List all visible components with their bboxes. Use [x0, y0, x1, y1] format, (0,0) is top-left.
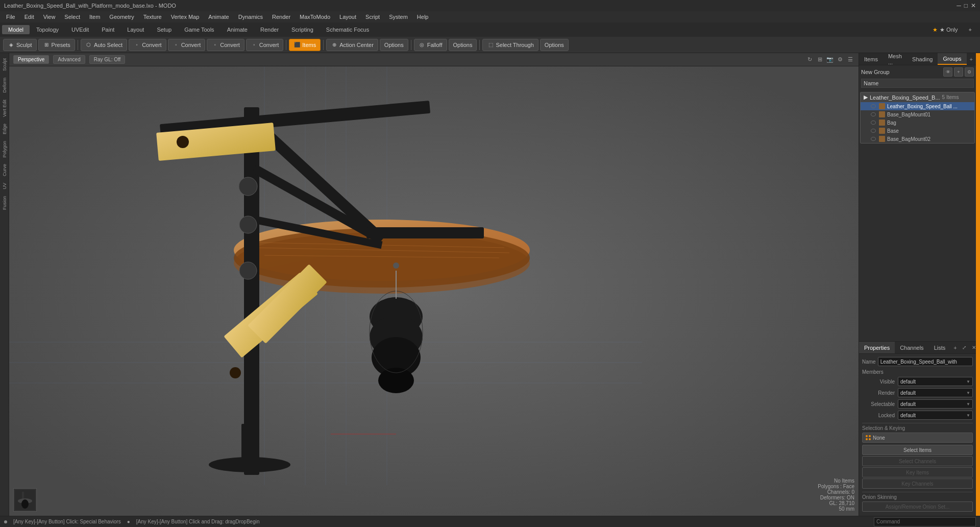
name-input[interactable]: Leather_Boxing_Speed_Ball_with — [878, 357, 973, 366]
falloff-button[interactable]: ◎ Falloff — [414, 39, 447, 51]
selectable-dropdown[interactable]: default ▼ — [898, 399, 973, 409]
svg-point-22 — [177, 136, 189, 148]
visible-arrow: ▼ — [966, 379, 970, 384]
menu-render[interactable]: Render — [268, 13, 295, 21]
vp-icon-menu[interactable]: ☰ — [846, 56, 854, 64]
tab-plus[interactable]: + — [963, 25, 978, 34]
menu-file[interactable]: File — [2, 13, 19, 21]
left-tab-sculpt[interactable]: Sculpt — [1, 55, 8, 74]
menu-texture[interactable]: Texture — [139, 13, 166, 21]
tab-schematic[interactable]: Schematic Focus — [320, 25, 375, 34]
visible-dropdown[interactable]: default ▼ — [898, 377, 973, 386]
tree-item-2[interactable]: Bag — [861, 118, 974, 127]
render-dropdown[interactable]: default ▼ — [898, 388, 973, 397]
viewport[interactable]: Perspective Advanced Ray GL: Off ↻ ⊞ 📷 ⚙… — [9, 53, 859, 516]
left-tab-uv[interactable]: UV — [1, 180, 8, 193]
tab-groups[interactable]: Groups — [938, 53, 966, 65]
tab-scripting[interactable]: Scripting — [285, 25, 320, 34]
maximize-button[interactable]: □ — [964, 2, 968, 9]
key-channels-button[interactable]: Key Channels — [862, 478, 973, 489]
props-tab-properties[interactable]: Properties — [859, 342, 895, 353]
close-button[interactable]: ✕ — [971, 2, 976, 9]
menu-view[interactable]: View — [39, 13, 60, 21]
none-button[interactable]: None — [862, 433, 973, 443]
menu-layout[interactable]: Layout — [335, 13, 360, 21]
options2-button[interactable]: Options — [449, 39, 477, 51]
tab-layout[interactable]: Layout — [121, 25, 150, 34]
tab-paint[interactable]: Paint — [95, 25, 120, 34]
left-tab-polygon[interactable]: Polygon — [1, 138, 8, 161]
menu-dynamics[interactable]: Dynamics — [234, 13, 267, 21]
left-tab-fusion[interactable]: Fusion — [1, 193, 8, 213]
menu-animate[interactable]: Animate — [204, 13, 233, 21]
menu-select[interactable]: Select — [60, 13, 84, 21]
auto-select-button[interactable]: ⬡ Auto Select — [81, 39, 127, 51]
props-tab-plus[interactable]: + — [950, 344, 960, 352]
convert4-button[interactable]: ◦ Convert — [246, 39, 284, 51]
props-tab-lists[interactable]: Lists — [929, 342, 951, 353]
sculpt-button[interactable]: ◈ Sculpt — [3, 39, 37, 51]
options1-button[interactable]: Options — [380, 39, 408, 51]
tree-item-3[interactable]: Base — [861, 127, 974, 135]
tree-item-0[interactable]: Leather_Boxing_Speed_Ball ... — [861, 102, 974, 110]
group-header[interactable]: ▶ Leather_Boxing_Speed_B... 5 Items — [861, 92, 974, 102]
tab-topology[interactable]: Topology — [30, 25, 65, 34]
left-tab-curve[interactable]: Curve — [1, 161, 8, 179]
tab-mesh[interactable]: Mesh ... — [883, 53, 907, 65]
menu-edit[interactable]: Edit — [20, 13, 38, 21]
tab-uvedit[interactable]: UVEdit — [65, 25, 95, 34]
tab-animate[interactable]: Animate — [221, 25, 254, 34]
group-icon-add[interactable]: + — [954, 67, 963, 77]
menu-help[interactable]: Help — [413, 13, 433, 21]
vp-icon-camera[interactable]: 📷 — [826, 56, 834, 64]
select-channels-button[interactable]: Select Channels — [862, 456, 973, 466]
select-through-button[interactable]: ⬚ Select Through — [482, 39, 538, 51]
tab-render[interactable]: Render — [254, 25, 285, 34]
menu-geometry[interactable]: Geometry — [105, 13, 138, 21]
window-controls[interactable]: ─ □ ✕ — [957, 2, 976, 9]
vp-icon-refresh[interactable]: ↻ — [805, 56, 814, 64]
options3-button[interactable]: Options — [540, 39, 569, 51]
select-items-button[interactable]: Select Items — [862, 445, 973, 455]
action-center-button[interactable]: ⊕ Action Center — [326, 39, 378, 51]
minimize-button[interactable]: ─ — [957, 2, 961, 9]
perspective-button[interactable]: Perspective — [13, 55, 49, 64]
menu-maxtomode[interactable]: MaxToModo — [296, 13, 334, 21]
assign-remove-onion-button[interactable]: Assign/Remove Onion Set... — [862, 501, 973, 512]
tab-shading[interactable]: Shading — [907, 53, 938, 65]
convert2-button[interactable]: ◦ Convert — [168, 39, 206, 51]
vp-icon-settings[interactable]: ⚙ — [836, 56, 844, 64]
menu-system[interactable]: System — [385, 13, 412, 21]
tree-item-1[interactable]: Base_BagMount01 — [861, 110, 974, 118]
ray-gl-button[interactable]: Ray GL: Off — [89, 55, 126, 64]
convert3-button[interactable]: ◦ Convert — [207, 39, 244, 51]
svg-point-24 — [230, 367, 241, 378]
locked-dropdown[interactable]: default ▼ — [898, 411, 973, 420]
scene-canvas[interactable]: No Items Polygons : Face Channels: 0 Def… — [9, 66, 859, 516]
presets-button[interactable]: ⊞ Presets — [38, 39, 75, 51]
key-items-button[interactable]: Key Items — [862, 467, 973, 477]
star-only-toggle[interactable]: ★ ★ Only — [933, 27, 958, 33]
left-tab-vert-edit[interactable]: Vert Edit — [1, 97, 8, 120]
items-button[interactable]: ⬛ Items — [289, 39, 321, 51]
vp-icon-maximize[interactable]: ⊞ — [816, 56, 824, 64]
left-tab-deform[interactable]: Deform — [1, 75, 8, 96]
convert1-button[interactable]: ◦ Convert — [129, 39, 166, 51]
menu-script[interactable]: Script — [361, 13, 384, 21]
tab-model[interactable]: Model — [2, 25, 30, 34]
props-maximize-icon[interactable]: ⤢ — [960, 344, 968, 352]
menu-vertex-map[interactable]: Vertex Map — [167, 13, 204, 21]
tab-items[interactable]: Items — [859, 53, 883, 65]
group-icon-view[interactable]: 👁 — [943, 67, 952, 77]
left-tab-edge[interactable]: Edge — [1, 121, 8, 137]
props-tab-channels[interactable]: Channels — [895, 342, 928, 353]
tab-setup[interactable]: Setup — [151, 25, 178, 34]
tree-item-4[interactable]: Base_BagMount02 — [861, 135, 974, 143]
group-icon-settings[interactable]: ⚙ — [965, 67, 974, 77]
command-input[interactable] — [874, 517, 976, 526]
advanced-button[interactable]: Advanced — [53, 55, 85, 64]
tab-game-tools[interactable]: Game Tools — [178, 25, 220, 34]
menu-item[interactable]: Item — [85, 13, 104, 21]
tab-add-panel[interactable]: + — [967, 55, 976, 63]
item-tree[interactable]: ▶ Leather_Boxing_Speed_B... 5 Items Leat… — [859, 91, 976, 341]
